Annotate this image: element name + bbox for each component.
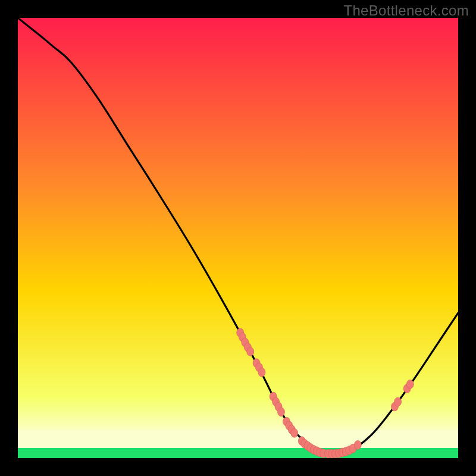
marker-dot (247, 347, 254, 356)
marker-dot (258, 368, 265, 377)
marker-dot (406, 380, 414, 389)
gradient-field (18, 18, 458, 458)
marker-dot (354, 440, 361, 449)
marker-dot (291, 428, 298, 437)
band-green (18, 448, 458, 458)
marker-dot (394, 397, 402, 406)
watermark-text: TheBottleneck.com (343, 2, 469, 19)
chart-stage: TheBottleneck.com (0, 0, 476, 476)
marker-dot (278, 408, 285, 416)
chart-svg (18, 18, 458, 458)
band-pale (18, 430, 458, 448)
